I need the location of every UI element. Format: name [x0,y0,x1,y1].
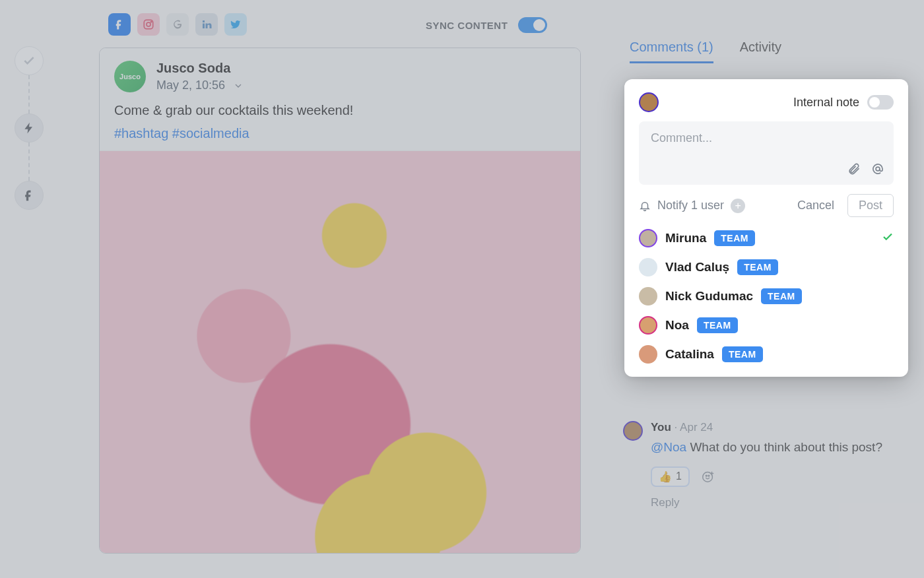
notify-users[interactable]: Notify 1 user + [639,199,745,213]
platform-google[interactable] [166,13,189,36]
platform-facebook[interactable] [108,13,131,36]
twitter-icon [230,18,242,30]
notify-label: Notify 1 user [657,199,724,212]
comment-compose-popup: Internal note Notify 1 [624,79,908,377]
linkedin-icon [201,18,213,30]
timeline-step-facebook[interactable] [15,181,44,210]
svg-point-6 [876,167,880,171]
avatar [639,258,657,276]
facebook-icon [114,18,125,30]
add-reaction-button[interactable] [699,467,717,486]
sync-toggle[interactable] [518,17,547,33]
comment-input-tools [847,162,884,178]
reaction-thumbs-up[interactable]: 👍 1 [651,466,690,487]
platform-linkedin[interactable] [195,13,218,36]
internal-note-label: Internal note [793,96,859,110]
add-notify-user[interactable]: + [731,199,745,213]
comment-panel: Internal note Notify 1 [624,79,908,377]
comment-input-area[interactable] [639,121,894,185]
notify-user-vlad[interactable]: Vlad Caluș TEAM [639,258,894,276]
post-image[interactable] [100,150,580,553]
platform-twitter[interactable] [224,13,247,36]
notify-user-nick[interactable]: Nick Gudumac TEAM [639,287,894,305]
comment-author-avatar [623,421,643,441]
current-user-avatar [639,92,659,112]
check-icon [882,231,894,243]
mention-button[interactable] [871,162,884,178]
internal-note-toggle[interactable] [867,95,894,110]
team-badge: TEAM [697,317,738,333]
reaction-count: 1 [676,470,682,482]
tab-activity[interactable]: Activity [740,40,781,63]
post-header: Jusco Jusco Soda May 2, 10:56 Come & gra… [100,48,580,150]
notify-user-miruna[interactable]: Miruna TEAM [639,229,894,247]
comment-reactions: 👍 1 [651,466,884,487]
attach-button[interactable] [847,162,861,178]
post-date: May 2, 10:56 [156,79,225,92]
user-name: Catalina [665,347,714,362]
author-avatar: Jusco [114,61,146,92]
sync-label: SYNC CONTENT [426,20,508,31]
team-badge: TEAM [737,259,778,275]
post-body-text[interactable]: Come & grab our cocktails this weekend! [114,103,566,118]
svg-point-4 [706,475,707,476]
timeline-step-bolt[interactable] [15,113,44,143]
comment-text: What do you think about this post? [690,440,882,454]
facebook-icon [22,189,36,202]
notify-user-catalina[interactable]: Catalina TEAM [639,345,894,364]
google-icon [172,18,183,30]
author-name: Jusco Soda [156,60,244,76]
comment-input[interactable] [649,131,883,146]
instagram-icon [143,18,154,30]
team-badge: TEAM [722,346,763,362]
comment-mention[interactable]: @Noa [651,440,686,454]
notify-user-list: Miruna TEAM Vlad Caluș TEAM Nick Gudumac… [639,229,894,364]
svg-point-2 [150,21,152,22]
reaction-emoji: 👍 [659,470,672,483]
avatar [639,316,657,335]
comment-date: · Apr 24 [675,421,713,434]
user-name: Vlad Caluș [665,260,729,274]
timeline-connector [28,143,30,181]
comment-author: You [651,421,671,434]
user-name: Miruna [665,231,706,245]
bell-icon [639,200,651,212]
cancel-button[interactable]: Cancel [797,199,834,212]
right-tabs: Comments (1) Activity [620,40,924,63]
svg-point-5 [708,475,710,476]
main-column: Jusco Jusco Soda May 2, 10:56 Come & gra… [99,12,581,554]
comment-item: You · Apr 24 @Noa What do you think abou… [620,421,884,509]
post-date-picker[interactable]: May 2, 10:56 [156,79,244,92]
chevron-down-icon [233,80,244,91]
bolt-icon [22,121,36,135]
user-name: Nick Gudumac [665,289,753,304]
avatar [639,345,657,364]
app-root: { "timeline": { "step1_icon": "check", "… [0,0,924,578]
selected-check [882,231,894,245]
team-badge: TEAM [761,288,802,304]
timeline-step-approve[interactable] [15,46,44,75]
svg-point-1 [147,22,150,26]
post-button[interactable]: Post [847,194,894,217]
post-hashtags[interactable]: #hashtag #socialmedia [114,126,566,141]
add-emoji-icon [701,469,715,484]
post-author: Jusco Jusco Soda May 2, 10:56 [114,60,566,92]
sync-content-control: SYNC CONTENT [426,17,547,33]
paperclip-icon [847,162,861,176]
panel-header: Internal note [639,92,894,112]
platform-instagram[interactable] [137,13,160,36]
avatar [639,229,657,247]
at-icon [871,162,884,176]
post-card: Jusco Jusco Soda May 2, 10:56 Come & gra… [99,48,581,554]
panel-actions: Notify 1 user + Cancel Post [639,194,894,217]
tab-comments[interactable]: Comments (1) [630,40,713,63]
reply-button[interactable]: Reply [651,496,884,509]
check-icon [22,54,36,67]
avatar [639,287,657,305]
notify-user-noa[interactable]: Noa TEAM [639,316,894,335]
comment-header: You · Apr 24 [651,421,884,434]
comment-body: @Noa What do you think about this post? [651,438,884,457]
timeline-connector [28,75,30,113]
user-name: Noa [665,318,689,333]
team-badge: TEAM [714,230,755,246]
